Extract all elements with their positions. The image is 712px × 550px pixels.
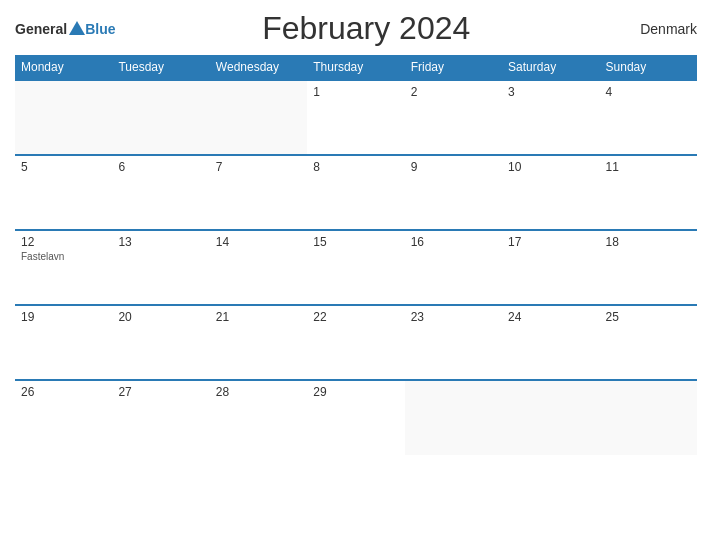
day-number: 15 (313, 235, 398, 249)
table-row: 17 (502, 230, 599, 305)
table-row (600, 380, 697, 455)
day-number: 6 (118, 160, 203, 174)
day-number: 26 (21, 385, 106, 399)
holiday-name: Fastelavn (21, 251, 106, 262)
day-number: 14 (216, 235, 301, 249)
table-row: 20 (112, 305, 209, 380)
table-row: 1 (307, 80, 404, 155)
logo: General Blue (15, 20, 115, 38)
table-row: 9 (405, 155, 502, 230)
calendar-title: February 2024 (115, 10, 617, 47)
calendar-header-row: Monday Tuesday Wednesday Thursday Friday… (15, 55, 697, 80)
day-number: 17 (508, 235, 593, 249)
logo-general: General (15, 21, 67, 37)
table-row: 15 (307, 230, 404, 305)
header-thursday: Thursday (307, 55, 404, 80)
day-number: 23 (411, 310, 496, 324)
table-row: 13 (112, 230, 209, 305)
calendar-week-row: 26272829 (15, 380, 697, 455)
table-row (405, 380, 502, 455)
day-number: 4 (606, 85, 691, 99)
day-number: 21 (216, 310, 301, 324)
header-monday: Monday (15, 55, 112, 80)
table-row (502, 380, 599, 455)
calendar-week-row: 1234 (15, 80, 697, 155)
day-number: 19 (21, 310, 106, 324)
day-number: 8 (313, 160, 398, 174)
table-row: 4 (600, 80, 697, 155)
table-row: 8 (307, 155, 404, 230)
table-row: 24 (502, 305, 599, 380)
day-number: 10 (508, 160, 593, 174)
table-row (15, 80, 112, 155)
calendar-week-row: 12Fastelavn131415161718 (15, 230, 697, 305)
table-row: 7 (210, 155, 307, 230)
day-number: 3 (508, 85, 593, 99)
calendar-week-row: 19202122232425 (15, 305, 697, 380)
header-sunday: Sunday (600, 55, 697, 80)
day-number: 11 (606, 160, 691, 174)
table-row: 3 (502, 80, 599, 155)
table-row: 18 (600, 230, 697, 305)
logo-blue: Blue (85, 21, 115, 37)
day-number: 7 (216, 160, 301, 174)
table-row: 27 (112, 380, 209, 455)
day-number: 13 (118, 235, 203, 249)
day-number: 1 (313, 85, 398, 99)
table-row: 22 (307, 305, 404, 380)
day-number: 9 (411, 160, 496, 174)
day-number: 22 (313, 310, 398, 324)
day-number: 24 (508, 310, 593, 324)
calendar-page: General Blue February 2024 Denmark Monda… (0, 0, 712, 550)
table-row: 6 (112, 155, 209, 230)
table-row: 11 (600, 155, 697, 230)
header-tuesday: Tuesday (112, 55, 209, 80)
table-row: 25 (600, 305, 697, 380)
table-row: 28 (210, 380, 307, 455)
day-number: 25 (606, 310, 691, 324)
table-row: 10 (502, 155, 599, 230)
day-number: 16 (411, 235, 496, 249)
day-number: 27 (118, 385, 203, 399)
table-row (210, 80, 307, 155)
day-number: 28 (216, 385, 301, 399)
table-row: 21 (210, 305, 307, 380)
table-row: 19 (15, 305, 112, 380)
calendar-week-row: 567891011 (15, 155, 697, 230)
day-number: 12 (21, 235, 106, 249)
table-row (112, 80, 209, 155)
header-wednesday: Wednesday (210, 55, 307, 80)
day-number: 18 (606, 235, 691, 249)
table-row: 29 (307, 380, 404, 455)
country-label: Denmark (617, 21, 697, 37)
table-row: 14 (210, 230, 307, 305)
table-row: 2 (405, 80, 502, 155)
header: General Blue February 2024 Denmark (15, 10, 697, 47)
table-row: 12Fastelavn (15, 230, 112, 305)
day-number: 5 (21, 160, 106, 174)
day-number: 2 (411, 85, 496, 99)
table-row: 23 (405, 305, 502, 380)
day-number: 20 (118, 310, 203, 324)
logo-triangle-icon (69, 21, 85, 35)
calendar-table: Monday Tuesday Wednesday Thursday Friday… (15, 55, 697, 455)
table-row: 5 (15, 155, 112, 230)
header-saturday: Saturday (502, 55, 599, 80)
header-friday: Friday (405, 55, 502, 80)
day-number: 29 (313, 385, 398, 399)
table-row: 26 (15, 380, 112, 455)
table-row: 16 (405, 230, 502, 305)
